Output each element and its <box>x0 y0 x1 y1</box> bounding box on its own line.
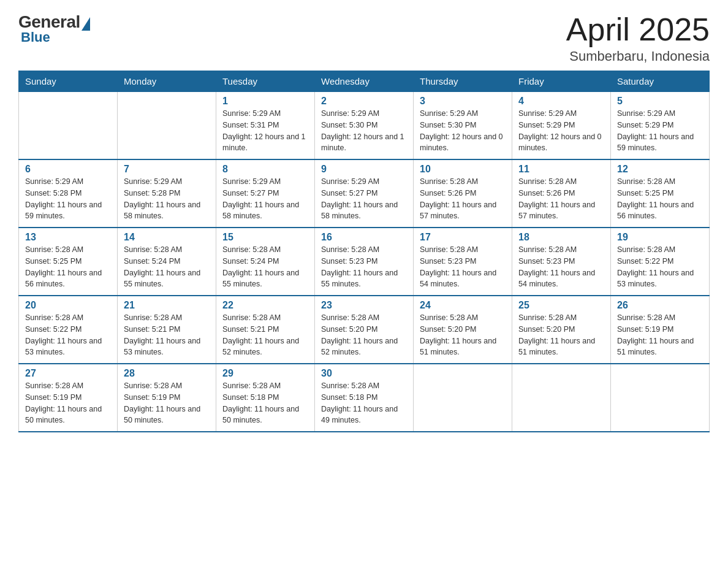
day-info: Sunrise: 5:28 AMSunset: 5:19 PMDaylight:… <box>617 312 703 358</box>
day-info: Sunrise: 5:29 AMSunset: 5:27 PMDaylight:… <box>321 176 407 222</box>
calendar-cell: 24Sunrise: 5:28 AMSunset: 5:20 PMDayligh… <box>414 296 512 364</box>
day-number: 9 <box>321 164 407 175</box>
day-number: 28 <box>124 368 210 379</box>
day-info: Sunrise: 5:29 AMSunset: 5:30 PMDaylight:… <box>420 108 506 154</box>
calendar-cell: 19Sunrise: 5:28 AMSunset: 5:22 PMDayligh… <box>611 228 710 296</box>
day-number: 18 <box>518 232 604 243</box>
calendar-cell: 20Sunrise: 5:28 AMSunset: 5:22 PMDayligh… <box>19 296 118 364</box>
calendar-header-row: SundayMondayTuesdayWednesdayThursdayFrid… <box>19 71 710 92</box>
day-info: Sunrise: 5:28 AMSunset: 5:20 PMDaylight:… <box>321 312 407 358</box>
day-info: Sunrise: 5:28 AMSunset: 5:22 PMDaylight:… <box>617 244 703 290</box>
day-number: 22 <box>222 300 308 311</box>
calendar-cell: 22Sunrise: 5:28 AMSunset: 5:21 PMDayligh… <box>216 296 315 364</box>
location-text: Sumberbaru, Indonesia <box>566 48 710 64</box>
day-number: 20 <box>25 300 111 311</box>
day-info: Sunrise: 5:28 AMSunset: 5:24 PMDaylight:… <box>222 244 308 290</box>
day-number: 4 <box>518 96 604 107</box>
day-number: 29 <box>222 368 308 379</box>
logo-triangle-icon <box>82 17 90 31</box>
page-header: General Blue April 2025 Sumberbaru, Indo… <box>18 12 710 64</box>
calendar-table: SundayMondayTuesdayWednesdayThursdayFrid… <box>18 71 710 432</box>
day-number: 26 <box>617 300 703 311</box>
calendar-cell <box>118 92 216 160</box>
day-info: Sunrise: 5:29 AMSunset: 5:27 PMDaylight:… <box>222 176 308 222</box>
calendar-cell: 17Sunrise: 5:28 AMSunset: 5:23 PMDayligh… <box>414 228 512 296</box>
calendar-cell: 12Sunrise: 5:28 AMSunset: 5:25 PMDayligh… <box>611 159 710 228</box>
day-info: Sunrise: 5:28 AMSunset: 5:25 PMDaylight:… <box>25 244 111 290</box>
calendar-cell: 16Sunrise: 5:28 AMSunset: 5:23 PMDayligh… <box>315 228 414 296</box>
logo-blue-text: Blue <box>21 29 50 45</box>
day-number: 6 <box>25 164 111 175</box>
calendar-cell: 8Sunrise: 5:29 AMSunset: 5:27 PMDaylight… <box>216 159 315 228</box>
calendar-header-friday: Friday <box>512 71 611 92</box>
calendar-cell: 27Sunrise: 5:28 AMSunset: 5:19 PMDayligh… <box>19 364 118 432</box>
day-info: Sunrise: 5:28 AMSunset: 5:23 PMDaylight:… <box>420 244 506 290</box>
calendar-cell: 30Sunrise: 5:28 AMSunset: 5:18 PMDayligh… <box>315 364 414 432</box>
calendar-cell: 23Sunrise: 5:28 AMSunset: 5:20 PMDayligh… <box>315 296 414 364</box>
day-number: 27 <box>25 368 111 379</box>
day-info: Sunrise: 5:28 AMSunset: 5:26 PMDaylight:… <box>518 176 604 222</box>
calendar-cell: 21Sunrise: 5:28 AMSunset: 5:21 PMDayligh… <box>118 296 216 364</box>
day-info: Sunrise: 5:29 AMSunset: 5:31 PMDaylight:… <box>222 108 308 154</box>
day-number: 19 <box>617 232 703 243</box>
day-number: 21 <box>124 300 210 311</box>
day-info: Sunrise: 5:28 AMSunset: 5:20 PMDaylight:… <box>518 312 604 358</box>
day-info: Sunrise: 5:28 AMSunset: 5:23 PMDaylight:… <box>321 244 407 290</box>
day-info: Sunrise: 5:29 AMSunset: 5:29 PMDaylight:… <box>518 108 604 154</box>
calendar-cell: 14Sunrise: 5:28 AMSunset: 5:24 PMDayligh… <box>118 228 216 296</box>
calendar-cell: 18Sunrise: 5:28 AMSunset: 5:23 PMDayligh… <box>512 228 611 296</box>
calendar-cell: 9Sunrise: 5:29 AMSunset: 5:27 PMDaylight… <box>315 159 414 228</box>
day-info: Sunrise: 5:29 AMSunset: 5:28 PMDaylight:… <box>25 176 111 222</box>
day-number: 1 <box>222 96 308 107</box>
logo: General Blue <box>18 12 90 45</box>
calendar-cell <box>611 364 710 432</box>
day-number: 23 <box>321 300 407 311</box>
calendar-cell: 29Sunrise: 5:28 AMSunset: 5:18 PMDayligh… <box>216 364 315 432</box>
calendar-cell <box>512 364 611 432</box>
calendar-week-row: 6Sunrise: 5:29 AMSunset: 5:28 PMDaylight… <box>19 159 710 228</box>
calendar-week-row: 13Sunrise: 5:28 AMSunset: 5:25 PMDayligh… <box>19 228 710 296</box>
day-info: Sunrise: 5:28 AMSunset: 5:18 PMDaylight:… <box>222 380 308 426</box>
day-number: 2 <box>321 96 407 107</box>
calendar-cell: 10Sunrise: 5:28 AMSunset: 5:26 PMDayligh… <box>414 159 512 228</box>
day-number: 14 <box>124 232 210 243</box>
day-info: Sunrise: 5:28 AMSunset: 5:18 PMDaylight:… <box>321 380 407 426</box>
calendar-header-sunday: Sunday <box>19 71 118 92</box>
day-number: 12 <box>617 164 703 175</box>
title-section: April 2025 Sumberbaru, Indonesia <box>566 12 710 64</box>
calendar-cell: 7Sunrise: 5:29 AMSunset: 5:28 PMDaylight… <box>118 159 216 228</box>
day-number: 5 <box>617 96 703 107</box>
day-number: 30 <box>321 368 407 379</box>
calendar-header-monday: Monday <box>118 71 216 92</box>
day-info: Sunrise: 5:28 AMSunset: 5:26 PMDaylight:… <box>420 176 506 222</box>
day-info: Sunrise: 5:28 AMSunset: 5:20 PMDaylight:… <box>420 312 506 358</box>
calendar-cell: 4Sunrise: 5:29 AMSunset: 5:29 PMDaylight… <box>512 92 611 160</box>
calendar-week-row: 20Sunrise: 5:28 AMSunset: 5:22 PMDayligh… <box>19 296 710 364</box>
month-year-title: April 2025 <box>566 12 710 47</box>
calendar-cell: 15Sunrise: 5:28 AMSunset: 5:24 PMDayligh… <box>216 228 315 296</box>
day-info: Sunrise: 5:28 AMSunset: 5:21 PMDaylight:… <box>124 312 210 358</box>
calendar-cell: 11Sunrise: 5:28 AMSunset: 5:26 PMDayligh… <box>512 159 611 228</box>
day-number: 13 <box>25 232 111 243</box>
day-info: Sunrise: 5:29 AMSunset: 5:28 PMDaylight:… <box>124 176 210 222</box>
calendar-week-row: 27Sunrise: 5:28 AMSunset: 5:19 PMDayligh… <box>19 364 710 432</box>
day-number: 8 <box>222 164 308 175</box>
day-info: Sunrise: 5:28 AMSunset: 5:22 PMDaylight:… <box>25 312 111 358</box>
day-info: Sunrise: 5:28 AMSunset: 5:21 PMDaylight:… <box>222 312 308 358</box>
calendar-header-wednesday: Wednesday <box>315 71 414 92</box>
day-info: Sunrise: 5:28 AMSunset: 5:23 PMDaylight:… <box>518 244 604 290</box>
day-number: 17 <box>420 232 506 243</box>
calendar-cell: 3Sunrise: 5:29 AMSunset: 5:30 PMDaylight… <box>414 92 512 160</box>
calendar-cell: 13Sunrise: 5:28 AMSunset: 5:25 PMDayligh… <box>19 228 118 296</box>
day-number: 11 <box>518 164 604 175</box>
day-info: Sunrise: 5:28 AMSunset: 5:25 PMDaylight:… <box>617 176 703 222</box>
calendar-header-tuesday: Tuesday <box>216 71 315 92</box>
calendar-cell: 26Sunrise: 5:28 AMSunset: 5:19 PMDayligh… <box>611 296 710 364</box>
calendar-cell: 28Sunrise: 5:28 AMSunset: 5:19 PMDayligh… <box>118 364 216 432</box>
calendar-cell: 1Sunrise: 5:29 AMSunset: 5:31 PMDaylight… <box>216 92 315 160</box>
calendar-cell: 2Sunrise: 5:29 AMSunset: 5:30 PMDaylight… <box>315 92 414 160</box>
day-number: 3 <box>420 96 506 107</box>
day-number: 10 <box>420 164 506 175</box>
calendar-header-thursday: Thursday <box>414 71 512 92</box>
calendar-header-saturday: Saturday <box>611 71 710 92</box>
